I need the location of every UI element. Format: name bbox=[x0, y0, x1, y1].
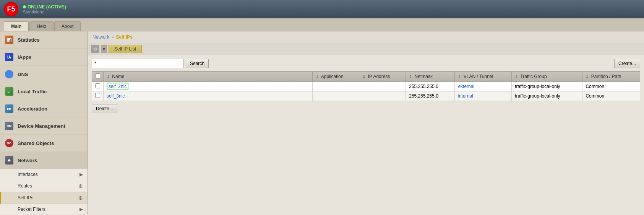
breadcrumb-network[interactable]: Network bbox=[92, 34, 109, 40]
sidebar-label-statistics: Statistics bbox=[18, 37, 40, 43]
dropdown-arrow-button[interactable]: ▼ bbox=[101, 45, 107, 53]
row2-traffic-cell: traffic-group-local-only bbox=[512, 91, 582, 101]
sidebar-label-network: Network bbox=[18, 158, 37, 163]
breadcrumb: Network » Self IPs bbox=[88, 31, 644, 43]
sort-icon-netmask: ⇕ bbox=[409, 75, 412, 79]
row2-checkbox[interactable] bbox=[95, 93, 100, 98]
row1-checkbox[interactable] bbox=[95, 83, 100, 88]
select-all-checkbox[interactable] bbox=[95, 73, 100, 78]
table-row: self_3nic 255.255.255.0 internal traffic… bbox=[92, 91, 640, 101]
sort-icon-ip: ⇕ bbox=[362, 75, 365, 79]
submenu-item-self-ips[interactable]: Self IPs ⊕ bbox=[0, 192, 88, 204]
content-tabs: ⚙ ▼ Self IP List bbox=[88, 43, 644, 55]
col-header-netmask[interactable]: ⇕ Netmask bbox=[406, 72, 455, 82]
self-ip-list-tab[interactable]: Self IP List bbox=[109, 45, 142, 53]
data-table: ⇕ Name ⇕ Application ⇕ IP Address ⇕ bbox=[92, 71, 640, 101]
dns-icon: 🌐 bbox=[5, 70, 14, 79]
row1-partition-cell: Common bbox=[582, 82, 640, 91]
device-icon: DM bbox=[5, 121, 14, 130]
submenu-item-routes[interactable]: Routes ⊕ bbox=[0, 180, 88, 192]
row1-name-cell: self_2nic bbox=[104, 82, 313, 91]
sidebar-item-iapps[interactable]: iA iApps bbox=[0, 49, 88, 66]
col-header-name[interactable]: ⇕ Name bbox=[104, 72, 313, 82]
row1-ip-cell bbox=[359, 82, 406, 91]
delete-button[interactable]: Delete... bbox=[92, 104, 117, 113]
accel-icon: ▶▶ bbox=[5, 104, 14, 113]
circle-icon: ⊕ bbox=[78, 183, 83, 189]
submenu-item-packet-filters[interactable]: Packet Filters ▶ bbox=[0, 204, 88, 215]
sidebar-label-dns: DNS bbox=[18, 72, 28, 77]
row1-netmask-cell: 255.255.255.0 bbox=[406, 82, 455, 91]
row2-vlan-cell: internal bbox=[455, 91, 512, 101]
sidebar-label-local-traffic: Local Traffic bbox=[18, 89, 47, 94]
network-icon: 🖧 bbox=[5, 156, 14, 165]
tab-help[interactable]: Help bbox=[29, 21, 54, 31]
sidebar-item-device-management[interactable]: DM Device Management bbox=[0, 117, 88, 135]
submenu-item-interfaces[interactable]: Interfaces ▶ bbox=[0, 169, 88, 180]
sidebar-item-shared-objects[interactable]: SO Shared Objects bbox=[0, 135, 88, 152]
sidebar-item-local-traffic[interactable]: LT Local Traffic bbox=[0, 83, 88, 100]
sort-icon-application: ⇕ bbox=[316, 75, 319, 79]
status-online: ONLINE (ACTIVE) bbox=[23, 4, 66, 10]
table-header-row: ⇕ Name ⇕ Application ⇕ IP Address ⇕ bbox=[92, 72, 640, 82]
sort-icon-vlan: ⇕ bbox=[458, 75, 461, 79]
row1-vlan-cell: external bbox=[455, 82, 512, 91]
circle-add-icon: ⊕ bbox=[78, 195, 83, 201]
row1-traffic-cell: traffic-group-local-only bbox=[512, 82, 582, 91]
arrow-icon: ▶ bbox=[79, 172, 83, 177]
row2-checkbox-cell bbox=[92, 91, 104, 101]
search-input[interactable] bbox=[92, 59, 183, 68]
row1-vlan-link[interactable]: external bbox=[458, 84, 474, 89]
breadcrumb-current: Self IPs bbox=[116, 34, 133, 40]
sidebar-label-iapps: iApps bbox=[18, 54, 31, 60]
row2-name-link[interactable]: self_3nic bbox=[107, 93, 125, 99]
breadcrumb-separator: » bbox=[112, 35, 114, 39]
content-body: Search Create... ⇕ Name bbox=[88, 55, 644, 215]
table-row: self_2nic 255.255.255.0 external traffic… bbox=[92, 82, 640, 91]
row2-ip-cell bbox=[359, 91, 406, 101]
row2-application-cell bbox=[313, 91, 359, 101]
status-block: ONLINE (ACTIVE) Standalone bbox=[23, 4, 66, 14]
col-header-vlan-tunnel[interactable]: ⇕ VLAN / Tunnel bbox=[455, 72, 512, 82]
sidebar-item-statistics[interactable]: 📊 Statistics bbox=[0, 31, 88, 49]
create-button[interactable]: Create... bbox=[614, 59, 640, 68]
col-header-application[interactable]: ⇕ Application bbox=[313, 72, 359, 82]
sidebar-label-acceleration: Acceleration bbox=[18, 106, 47, 112]
col-header-checkbox bbox=[92, 72, 104, 82]
row2-netmask-cell: 255.255.255.0 bbox=[406, 91, 455, 101]
sort-icon-name: ⇕ bbox=[107, 75, 110, 79]
sort-icon-partition: ⇕ bbox=[586, 75, 589, 79]
sidebar-item-dns[interactable]: 🌐 DNS bbox=[0, 66, 88, 83]
sidebar-item-acceleration[interactable]: ▶▶ Acceleration bbox=[0, 100, 88, 117]
traffic-icon: LT bbox=[5, 87, 14, 96]
col-header-traffic-group[interactable]: ⇕ Traffic Group bbox=[512, 72, 582, 82]
header-bar: F5 ONLINE (ACTIVE) Standalone bbox=[0, 0, 644, 18]
col-header-partition-path[interactable]: ⇕ Partition / Path bbox=[582, 72, 640, 82]
f5-logo: F5 bbox=[4, 2, 18, 16]
sidebar-label-device-management: Device Management bbox=[18, 123, 65, 129]
gear-button[interactable]: ⚙ bbox=[91, 45, 99, 53]
arrow-icon-2: ▶ bbox=[79, 207, 83, 212]
row2-partition-cell: Common bbox=[582, 91, 640, 101]
col-header-ip-address[interactable]: ⇕ IP Address bbox=[359, 72, 406, 82]
submenu-network: Interfaces ▶ Routes ⊕ Self IPs ⊕ Packet … bbox=[0, 169, 88, 215]
nav-tabs: Main Help About bbox=[0, 18, 644, 31]
row1-checkbox-cell bbox=[92, 82, 104, 91]
row2-name-cell: self_3nic bbox=[104, 91, 313, 101]
sidebar-item-network[interactable]: 🖧 Network bbox=[0, 152, 88, 169]
chart-icon: 📊 bbox=[5, 35, 14, 44]
search-left: Search bbox=[92, 59, 209, 68]
tab-about[interactable]: About bbox=[54, 21, 81, 31]
main-layout: 📊 Statistics iA iApps 🌐 DNS LT Local Tra… bbox=[0, 31, 644, 215]
row1-application-cell bbox=[313, 82, 359, 91]
shared-icon: SO bbox=[5, 138, 14, 148]
iapps-icon: iA bbox=[5, 52, 14, 62]
sidebar: 📊 Statistics iA iApps 🌐 DNS LT Local Tra… bbox=[0, 31, 88, 215]
row2-vlan-link[interactable]: internal bbox=[458, 93, 473, 99]
sort-icon-traffic: ⇕ bbox=[515, 75, 518, 79]
status-dot bbox=[23, 5, 26, 8]
tab-main[interactable]: Main bbox=[4, 21, 29, 31]
row1-name-link[interactable]: self_2nic bbox=[107, 83, 128, 90]
status-standalone: Standalone bbox=[23, 10, 66, 14]
search-button[interactable]: Search bbox=[186, 59, 209, 68]
